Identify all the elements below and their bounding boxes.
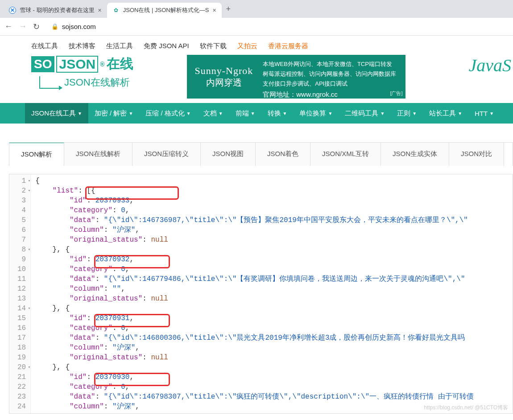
- ad-banner[interactable]: Sunny-Ngrok 内网穿透 本地WEB外网访问、本地开发微信、TCP端口转…: [187, 55, 405, 99]
- sub-tab[interactable]: JSON压缩转义: [132, 143, 201, 166]
- chevron-down-icon: ▼: [458, 111, 462, 116]
- chevron-down-icon: ▼: [128, 111, 133, 116]
- main-nav-item[interactable]: 单位换算▼: [293, 103, 339, 124]
- sub-tab[interactable]: JSON/XML互转: [310, 143, 381, 166]
- javas-text: JavaS: [469, 55, 512, 76]
- main-nav-item[interactable]: 转换▼: [261, 103, 294, 124]
- logo-json: JSON: [56, 56, 98, 73]
- chevron-down-icon: ▼: [251, 111, 255, 116]
- main-nav-item[interactable]: 加密 / 解密▼: [88, 103, 139, 124]
- browser-tab-strip: ✕ 雪球 - 聪明的投资者都在这里 × ✿ JSON在线 | JSON解析格式化…: [0, 0, 513, 18]
- logo-online: 在线: [107, 55, 133, 73]
- address-bar: ← → ↻ 🔒 sojson.com: [0, 18, 513, 36]
- logo-so: SO: [31, 56, 54, 72]
- tab-title: 雪球 - 聪明的投资者都在这里: [20, 6, 95, 14]
- close-icon[interactable]: ×: [98, 7, 102, 14]
- chevron-down-icon: ▼: [380, 111, 385, 116]
- banner-text: 本地WEB外网访问、本地开发微信、TCP端口转发 树莓派远程控制、访问内网服务器…: [263, 59, 396, 94]
- top-nav-link[interactable]: 技术博客: [69, 42, 95, 50]
- chevron-down-icon: ▼: [489, 111, 494, 116]
- banner-title: Sunny-Ngrok: [195, 65, 253, 77]
- top-nav-link[interactable]: 生活工具: [106, 42, 133, 50]
- tab-title: JSON在线 | JSON解析格式化—S: [123, 6, 209, 14]
- top-nav-link[interactable]: 软件下载: [200, 42, 227, 50]
- sub-tab[interactable]: JSON解析: [9, 142, 64, 166]
- main-nav: JSON在线工具▼加密 / 解密▼压缩 / 格式化▼文档▼前端▼转换▼单位换算▼…: [0, 103, 513, 124]
- main-nav-item[interactable]: 二维码工具▼: [339, 103, 391, 124]
- line-gutter: 123456789101112131415161718192021222324: [9, 174, 31, 413]
- chevron-down-icon: ▼: [186, 111, 191, 116]
- main-nav-item[interactable]: 站长工具▼: [423, 103, 468, 124]
- top-nav-link[interactable]: 在线工具: [31, 42, 58, 50]
- reload-icon[interactable]: ↻: [33, 22, 40, 32]
- site-top-nav: 在线工具技术博客生活工具免费 JSON API软件下载又拍云香港云服务器: [0, 36, 513, 55]
- sub-tab[interactable]: JSON视图: [201, 143, 256, 166]
- main-nav-item[interactable]: 压缩 / 格式化▼: [139, 103, 197, 124]
- forward-icon[interactable]: →: [19, 22, 27, 32]
- browser-tab-xueqiu[interactable]: ✕ 雪球 - 聪明的投资者都在这里 ×: [4, 3, 107, 18]
- logo-subtitle: JSON在线解析: [64, 76, 130, 89]
- logo-reg: ®: [100, 61, 104, 68]
- xueqiu-favicon: ✕: [9, 7, 16, 14]
- url-text: sojson.com: [62, 23, 96, 30]
- chevron-down-icon: ▼: [283, 111, 287, 116]
- json-editor[interactable]: 123456789101112131415161718192021222324 …: [9, 174, 513, 414]
- back-icon[interactable]: ←: [4, 22, 12, 32]
- chevron-down-icon: ▼: [78, 111, 82, 116]
- header-row: SOJSON®在线 JSON在线解析 Sunny-Ngrok 内网穿透 本地WE…: [0, 55, 513, 103]
- browser-tab-sojson[interactable]: ✿ JSON在线 | JSON解析格式化—S ×: [107, 3, 222, 18]
- url-field[interactable]: 🔒 sojson.com: [45, 20, 509, 33]
- watermark: https://blog.csdn.net/ @51CTO博客: [424, 404, 508, 412]
- main-nav-item[interactable]: JSON在线工具▼: [25, 103, 88, 124]
- site-logo[interactable]: SOJSON®在线 JSON在线解析: [31, 55, 133, 89]
- banner-subtitle: 内网穿透: [195, 77, 253, 89]
- close-icon[interactable]: ×: [212, 7, 216, 14]
- gear-icon: ✿: [112, 7, 120, 14]
- sub-tab[interactable]: JSON生成实体: [381, 143, 449, 166]
- top-nav-link[interactable]: 免费 JSON API: [144, 42, 189, 50]
- main-nav-item[interactable]: 文档▼: [197, 103, 229, 124]
- main-nav-item[interactable]: 正则▼: [391, 103, 423, 124]
- lock-icon: 🔒: [51, 23, 58, 30]
- sub-tab[interactable]: JSON在线解析: [64, 143, 132, 166]
- sub-tabs: JSON解析JSON在线解析JSON压缩转义JSON视图JSON着色JSON/X…: [9, 142, 513, 166]
- top-nav-link[interactable]: 又拍云: [237, 42, 257, 50]
- top-nav-link[interactable]: 香港云服务器: [268, 42, 308, 50]
- chevron-down-icon: ▼: [219, 111, 223, 116]
- chevron-down-icon: ▼: [328, 111, 332, 116]
- sub-tab[interactable]: JSON对比: [449, 143, 504, 166]
- main-nav-item[interactable]: HTT▼: [468, 103, 500, 124]
- sub-tab[interactable]: JSON着色: [256, 143, 310, 166]
- code-area[interactable]: { "list": [{ "id": 20370933, "category":…: [31, 174, 474, 413]
- main-nav-item[interactable]: 前端▼: [229, 103, 261, 124]
- new-tab-button[interactable]: +: [222, 4, 236, 14]
- chevron-down-icon: ▼: [412, 111, 417, 116]
- ad-label: [广告]: [390, 90, 402, 97]
- arrow-icon: [39, 76, 62, 89]
